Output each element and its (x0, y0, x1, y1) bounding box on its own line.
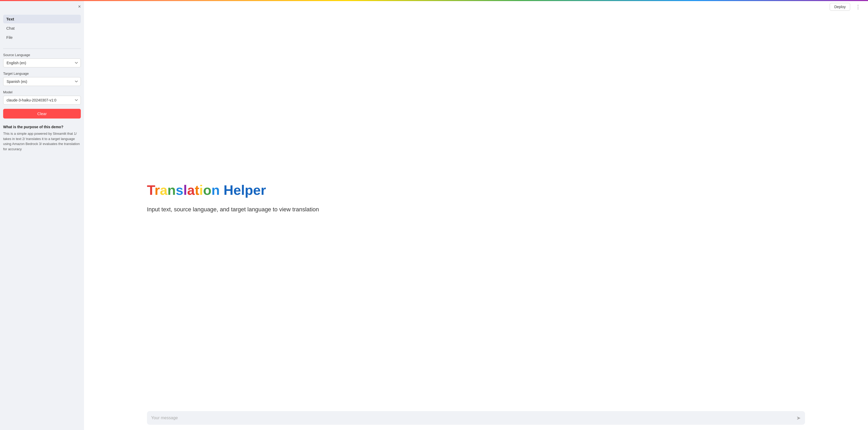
sidebar-item-file[interactable]: File (3, 33, 81, 42)
sidebar-nav: Text Chat File (3, 15, 81, 42)
model-label: Model (3, 90, 81, 94)
target-language-label: Target Language (3, 72, 81, 75)
send-button[interactable]: ➤ (796, 415, 801, 421)
target-language-select[interactable]: Spanish (es) French (fr) German (de) Ita… (3, 77, 81, 86)
message-input-wrapper: ➤ (147, 411, 805, 425)
header-bar: Deploy ⋮ (825, 1, 868, 12)
source-language-group: Source Language English (en) French (fr)… (3, 53, 81, 67)
top-rainbow-bar (0, 0, 868, 1)
app-title: Translation Helper (147, 183, 266, 198)
info-title: What is the purpose of this demo? (3, 125, 81, 129)
message-bar: ➤ (84, 406, 868, 430)
clear-button[interactable]: Clear (3, 109, 81, 119)
source-language-label: Source Language (3, 53, 81, 57)
info-text: This is a simple app powered by Streamli… (3, 131, 81, 152)
source-language-select[interactable]: English (en) French (fr) German (de) Ita… (3, 59, 81, 67)
target-language-group: Target Language Spanish (es) French (fr)… (3, 72, 81, 86)
sidebar-close-button[interactable]: × (78, 4, 81, 9)
more-options-button[interactable]: ⋮ (853, 3, 863, 11)
sidebar-divider (3, 48, 81, 49)
message-input[interactable] (151, 416, 794, 420)
sidebar-item-chat[interactable]: Chat (3, 24, 81, 33)
sidebar: × Text Chat File Source Language English… (0, 1, 84, 430)
model-select[interactable]: claude-3-haiku-20240307-v1:0 claude-3-so… (3, 96, 81, 105)
sidebar-item-text[interactable]: Text (3, 15, 81, 23)
main-body: Translation Helper Input text, source la… (84, 1, 868, 406)
app-subtitle: Input text, source language, and target … (147, 205, 319, 214)
model-group: Model claude-3-haiku-20240307-v1:0 claud… (3, 90, 81, 105)
main-content: Translation Helper Input text, source la… (84, 1, 868, 430)
deploy-button[interactable]: Deploy (830, 3, 850, 11)
info-section: What is the purpose of this demo? This i… (3, 125, 81, 152)
